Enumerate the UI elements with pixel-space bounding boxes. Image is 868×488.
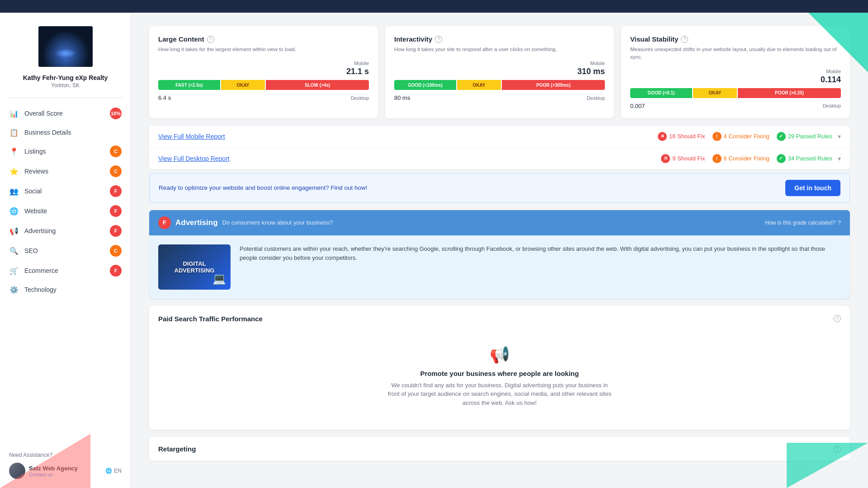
advertising-section: F Advertising Do consumers know about yo… (149, 210, 850, 299)
desktop-consider-label: 6 Consider Fixing (724, 155, 769, 162)
bg-decor-bottom-right (787, 443, 868, 488)
paid-search-section: Paid Search Traffic Performance ? 📢 Prom… (149, 306, 850, 430)
language-label: EN (114, 468, 122, 474)
desktop-passed-badge: ✓ 34 Passed Rules (777, 154, 832, 163)
get-in-touch-button[interactable]: Get in touch (785, 180, 840, 196)
mobile-value-vs: 0.114 (630, 75, 841, 84)
green-check-icon-mobile: ✓ (777, 132, 786, 141)
seg-good-vs: GOOD (<0.1) (630, 88, 692, 98)
sidebar-item-label-website: Website (24, 207, 110, 215)
advertising-subtitle: Do consumers know about your business? (222, 219, 333, 226)
website-icon: 🌐 (9, 206, 19, 216)
desktop-report-metrics: ✕ 9 Should Fix ! 6 Consider Fixing ✓ 34 … (661, 154, 832, 163)
business-location: Yorkton, SK (0, 82, 131, 89)
advertising-icon: 📢 (9, 226, 19, 236)
red-x-icon-mobile: ✕ (658, 132, 667, 141)
seg-poor-vs: POOR (>0.25) (738, 88, 841, 98)
vital-title-vs: Visual Stability (630, 35, 678, 43)
sidebar-badge-advertising: F (110, 225, 122, 237)
seg-okay-lc: OKAY (221, 80, 265, 90)
red-x-icon-desktop: ✕ (661, 154, 670, 163)
desktop-report-link[interactable]: View Full Desktop Report (158, 155, 661, 162)
mobile-consider-label: 4 Consider Fixing (724, 133, 769, 140)
advertising-title: Advertising (175, 218, 218, 227)
advertising-header: F Advertising Do consumers know about yo… (149, 210, 850, 235)
vital-card-interactivity: Interactivity ? How long it takes your s… (385, 26, 614, 118)
sidebar-item-overall-score[interactable]: 📊 Overall Score 18% (0, 103, 131, 123)
chevron-down-icon-desktop: ▾ (838, 155, 841, 162)
top-bar (0, 0, 868, 13)
seg-poor-int: POOR (>300ms) (502, 80, 605, 90)
sidebar-item-website[interactable]: 🌐 Website F (0, 201, 131, 221)
sidebar-badge-ecommerce: F (110, 265, 122, 277)
vital-card-large-content: Large Content ? How long it takes for th… (149, 26, 378, 118)
company-logo (38, 26, 93, 67)
info-icon-paid-search[interactable]: ? (834, 315, 841, 322)
mobile-report-metrics: ✕ 16 Should Fix ! 4 Consider Fixing ✓ 29… (658, 132, 832, 141)
mobile-consider-badge: ! 4 Consider Fixing (712, 132, 769, 141)
sidebar-item-seo[interactable]: 🔍 SEO C (0, 241, 131, 261)
advertising-body: DIGITAL ADVERTISING 💻 Potential customer… (149, 235, 850, 299)
mobile-label-lc: Mobile (158, 61, 369, 66)
sidebar-item-ecommerce[interactable]: 🛒 Ecommerce F (0, 261, 131, 281)
orange-icon-mobile: ! (712, 132, 722, 141)
listings-icon: 📍 (9, 146, 19, 156)
sidebar-badge-social: F (110, 185, 122, 197)
mobile-report-row[interactable]: View Full Mobile Report ✕ 16 Should Fix … (149, 126, 850, 148)
cta-banner: Ready to optimize your website and boost… (149, 173, 850, 203)
speed-bar-int: GOOD (<100ms) OKAY POOR (>300ms) (394, 80, 605, 90)
info-icon-lc[interactable]: ? (207, 36, 214, 43)
retargeting-title: Retargeting (158, 445, 196, 453)
chart-icon: 📊 (9, 108, 19, 118)
desktop-consider-badge: ! 6 Consider Fixing (712, 154, 769, 163)
sidebar-item-label-listings: Listings (24, 148, 110, 155)
seg-okay-vs: OKAY (693, 88, 737, 98)
paid-search-empty-desc: We couldn't find any ads for your busine… (387, 381, 613, 408)
mobile-should-fix-badge: ✕ 16 Should Fix (658, 132, 705, 141)
advertising-image: DIGITAL ADVERTISING 💻 (158, 244, 231, 290)
sidebar-item-business-details[interactable]: 📋 Business Details (0, 123, 131, 141)
laptop-icon: 💻 (212, 272, 226, 285)
technology-icon: ⚙️ (9, 285, 19, 295)
desktop-label-vs: Desktop (823, 103, 841, 108)
megaphone-icon: 📢 (490, 345, 510, 364)
info-icon-vs[interactable]: ? (681, 36, 688, 43)
mobile-value-lc: 21.1 s (158, 67, 369, 76)
info-icon-int[interactable]: ? (435, 36, 442, 43)
desktop-label-int: Desktop (587, 95, 605, 101)
orange-icon-desktop: ! (712, 154, 722, 163)
sidebar-item-advertising[interactable]: 📢 Advertising F (0, 221, 131, 241)
main-content: Large Content ? How long it takes for th… (131, 13, 868, 488)
mobile-report-link[interactable]: View Full Mobile Report (158, 133, 658, 140)
sidebar: Kathy Fehr-Yung eXp Realty Yorkton, SK 📊… (0, 13, 131, 488)
language-badge: 🌐 EN (105, 468, 122, 474)
sidebar-item-label-advertising: Advertising (24, 227, 110, 235)
sidebar-item-label-reviews: Reviews (24, 168, 110, 175)
sidebar-item-label-social: Social (24, 188, 110, 195)
desktop-value-lc: 6.4 s (158, 94, 171, 101)
desktop-passed-label: 34 Passed Rules (788, 155, 832, 162)
reviews-icon: ⭐ (9, 166, 19, 176)
vitals-row: Large Content ? How long it takes for th… (149, 26, 850, 118)
desktop-should-fix-label: 9 Should Fix (672, 155, 705, 162)
desktop-value-int: 80 ms (394, 94, 410, 101)
ecommerce-icon: 🛒 (9, 266, 19, 276)
how-grade-link[interactable]: How is this grade calculated? ? (765, 220, 841, 226)
sidebar-item-label-seo: SEO (24, 247, 110, 254)
desktop-value-vs: 0.007 (630, 103, 645, 109)
seg-fast-lc: FAST (<2.5s) (158, 80, 220, 90)
sidebar-item-social[interactable]: 👥 Social F (0, 181, 131, 201)
seo-icon: 🔍 (9, 246, 19, 256)
sidebar-badge-listings: C (110, 145, 122, 157)
desktop-report-row[interactable]: View Full Desktop Report ✕ 9 Should Fix … (149, 148, 850, 169)
ad-image-text: DIGITAL ADVERTISING (163, 260, 226, 274)
desktop-should-fix-badge: ✕ 9 Should Fix (661, 154, 705, 163)
sidebar-item-listings[interactable]: 📍 Listings C (0, 141, 131, 161)
sidebar-item-technology[interactable]: ⚙️ Technology (0, 281, 131, 299)
vital-title-int: Interactivity (394, 35, 432, 43)
mobile-should-fix-label: 16 Should Fix (669, 133, 705, 140)
social-icon: 👥 (9, 186, 19, 196)
sidebar-item-reviews[interactable]: ⭐ Reviews C (0, 161, 131, 181)
vital-title-lc: Large Content (158, 35, 204, 43)
business-name: Kathy Fehr-Yung eXp Realty (0, 74, 131, 81)
